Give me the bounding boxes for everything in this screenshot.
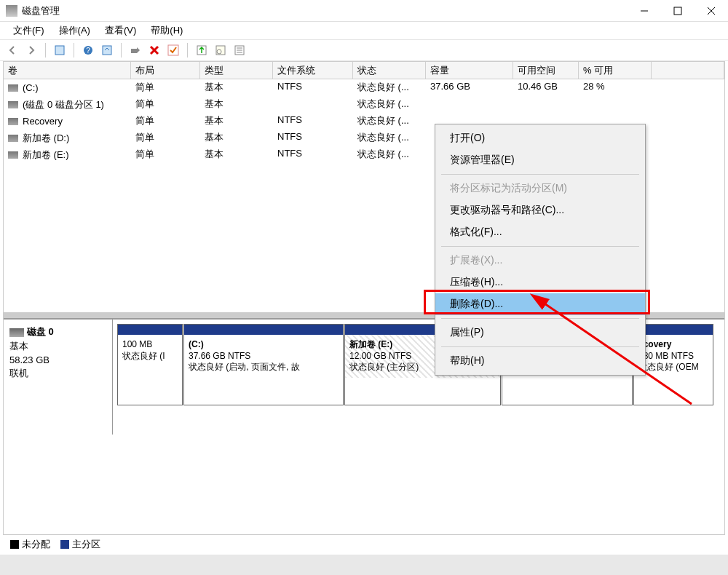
- ctx-help[interactable]: 帮助(H): [435, 350, 645, 372]
- help-icon[interactable]: ?: [80, 42, 96, 58]
- ctx-delete-volume[interactable]: 删除卷(D)...: [435, 293, 645, 315]
- volume-icon: [8, 151, 18, 159]
- table-row[interactable]: (C:) 简单 基本 NTFS 状态良好 (... 37.66 GB 10.46…: [4, 79, 724, 96]
- empty-area: [4, 435, 724, 541]
- menu-action[interactable]: 操作(A): [52, 23, 98, 39]
- volume-icon: [8, 118, 18, 125]
- partition[interactable]: 100 MB状态良好 (I: [117, 324, 183, 405]
- ctx-change-letter[interactable]: 更改驱动器号和路径(C)...: [435, 199, 645, 221]
- action-icon[interactable]: [127, 42, 143, 58]
- volume-icon: [8, 101, 18, 108]
- svg-rect-1: [674, 7, 681, 15]
- window-title: 磁盘管理: [22, 4, 628, 17]
- checkmark-icon[interactable]: [165, 42, 181, 58]
- forward-button[interactable]: [23, 42, 39, 58]
- svg-rect-8: [131, 49, 137, 53]
- col-type[interactable]: 类型: [200, 62, 273, 79]
- col-capacity[interactable]: 容量: [426, 62, 513, 79]
- col-spacer: [652, 62, 724, 79]
- menu-help[interactable]: 帮助(H): [143, 23, 190, 39]
- close-button[interactable]: [695, 0, 728, 22]
- partition-stripe: [634, 325, 713, 335]
- menu-view[interactable]: 查看(V): [98, 23, 143, 39]
- toolbar: ?: [0, 39, 728, 61]
- ctx-open[interactable]: 打开(O): [435, 127, 645, 149]
- maximize-button[interactable]: [661, 0, 695, 22]
- ctx-shrink[interactable]: 压缩卷(H)...: [435, 271, 645, 293]
- ctx-properties[interactable]: 属性(P): [435, 322, 645, 344]
- ctx-format[interactable]: 格式化(F)...: [435, 221, 645, 243]
- col-volume[interactable]: 卷: [4, 62, 131, 79]
- volume-icon: [8, 135, 18, 142]
- partition-stripe: [118, 325, 182, 335]
- bottom-margin: [0, 555, 728, 575]
- ctx-mark-active: 将分区标记为活动分区(M): [435, 178, 645, 199]
- layout-bottom-icon[interactable]: [213, 42, 229, 58]
- view-list-icon[interactable]: [52, 42, 68, 58]
- back-button[interactable]: [4, 42, 20, 58]
- disk-info[interactable]: 磁盘 0 基本 58.23 GB 联机: [4, 320, 113, 435]
- delete-icon[interactable]: [146, 42, 162, 58]
- properties-icon[interactable]: [232, 42, 248, 58]
- ctx-extend: 扩展卷(X)...: [435, 250, 645, 271]
- minimize-button[interactable]: [628, 0, 661, 22]
- col-free[interactable]: 可用空间: [513, 62, 579, 79]
- menu-file[interactable]: 文件(F): [6, 23, 52, 39]
- col-status[interactable]: 状态: [353, 62, 426, 79]
- svg-rect-4: [55, 46, 64, 55]
- disk-management-icon: [6, 5, 17, 17]
- col-layout[interactable]: 布局: [131, 62, 200, 79]
- menubar: 文件(F) 操作(A) 查看(V) 帮助(H): [0, 22, 728, 39]
- context-menu: 打开(O) 资源管理器(E) 将分区标记为活动分区(M) 更改驱动器号和路径(C…: [435, 124, 646, 376]
- partition[interactable]: (C:)37.66 GB NTFS状态良好 (启动, 页面文件, 故: [183, 324, 344, 405]
- legend-swatch-primary: [60, 540, 69, 549]
- legend: 未分配 主分区: [3, 534, 725, 553]
- titlebar: 磁盘管理: [0, 0, 728, 22]
- legend-swatch-unallocated: [10, 540, 19, 549]
- partition-stripe: [184, 325, 343, 335]
- disk-icon: [9, 328, 24, 337]
- col-fs[interactable]: 文件系统: [273, 62, 353, 79]
- ctx-explorer[interactable]: 资源管理器(E): [435, 149, 645, 171]
- col-pct[interactable]: % 可用: [579, 62, 652, 79]
- layout-top-icon[interactable]: [194, 42, 210, 58]
- column-headers: 卷 布局 类型 文件系统 状态 容量 可用空间 % 可用: [4, 62, 724, 79]
- table-row[interactable]: (磁盘 0 磁盘分区 1) 简单 基本 状态良好 (...: [4, 96, 724, 113]
- volume-icon: [8, 84, 18, 92]
- svg-text:?: ?: [86, 47, 90, 55]
- svg-rect-7: [103, 46, 111, 55]
- refresh-icon[interactable]: [99, 42, 115, 58]
